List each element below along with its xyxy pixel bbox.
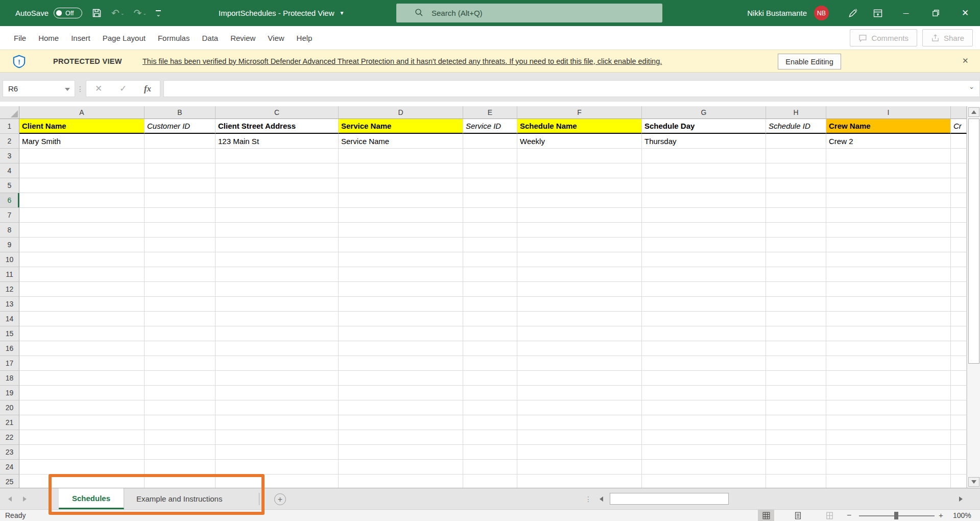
enable-editing-button[interactable]: Enable Editing	[778, 54, 841, 69]
grid-cell[interactable]	[517, 163, 642, 178]
grid-cell[interactable]	[19, 193, 145, 208]
tab-help[interactable]: Help	[297, 34, 325, 42]
cancel-icon[interactable]: ✕	[95, 83, 102, 94]
grid-cell[interactable]	[826, 356, 951, 371]
grid-cell[interactable]	[517, 178, 642, 193]
grid-cell[interactable]	[951, 223, 967, 238]
grid-cell[interactable]	[339, 386, 463, 400]
grid-cell[interactable]	[463, 326, 517, 341]
tab-file[interactable]: File	[14, 34, 38, 42]
grid-cell[interactable]	[766, 252, 826, 267]
grid-cell[interactable]	[145, 267, 216, 282]
grid-cell[interactable]	[216, 163, 339, 178]
grid-cell[interactable]	[19, 415, 145, 430]
grid-cell[interactable]	[951, 282, 967, 297]
grid-cell[interactable]	[19, 178, 145, 193]
grid-cell[interactable]	[642, 312, 766, 326]
grid-cell[interactable]	[766, 267, 826, 282]
name-box-dropdown-icon[interactable]	[65, 88, 70, 91]
grid-cell[interactable]	[517, 297, 642, 312]
grid-cell[interactable]	[463, 238, 517, 252]
search-input[interactable]: Search (Alt+Q)	[396, 4, 662, 22]
grid-cell[interactable]	[517, 223, 642, 238]
grid-cell[interactable]	[463, 475, 517, 488]
grid-cell[interactable]	[216, 282, 339, 297]
grid-cell[interactable]	[145, 400, 216, 415]
grid-cell[interactable]	[642, 371, 766, 386]
zoom-slider-thumb[interactable]	[894, 512, 898, 519]
grid-cell[interactable]	[145, 297, 216, 312]
zoom-level[interactable]: 100%	[953, 511, 971, 519]
column-header-F[interactable]: F	[517, 106, 642, 119]
grid-cell[interactable]	[19, 341, 145, 356]
grid-cell[interactable]	[766, 356, 826, 371]
grid-cell[interactable]	[826, 238, 951, 252]
select-all-corner[interactable]	[0, 106, 19, 119]
grid-cell[interactable]	[766, 460, 826, 475]
grid-cell[interactable]	[463, 341, 517, 356]
grid-cell[interactable]	[216, 415, 339, 430]
sheet-nav-left-icon[interactable]	[8, 496, 12, 502]
grid-cell[interactable]	[339, 475, 463, 488]
comments-button[interactable]: Comments	[850, 29, 917, 46]
grid-cell[interactable]	[145, 460, 216, 475]
grid-cell[interactable]	[642, 149, 766, 163]
grid-cell[interactable]	[463, 193, 517, 208]
grid-cell[interactable]	[766, 149, 826, 163]
row-header-24[interactable]: 24	[0, 460, 19, 475]
zoom-in-icon[interactable]: +	[939, 511, 943, 519]
grid-cell[interactable]	[642, 415, 766, 430]
grid-cell[interactable]	[19, 475, 145, 488]
grid-cell[interactable]	[19, 267, 145, 282]
row-header-12[interactable]: 12	[0, 282, 19, 297]
grid-cell[interactable]	[339, 208, 463, 223]
grid-cell[interactable]	[339, 193, 463, 208]
grid-cell[interactable]: Crew 2	[826, 134, 951, 149]
grid-cell[interactable]	[216, 252, 339, 267]
grid-cell[interactable]	[463, 386, 517, 400]
grid-cell[interactable]	[145, 282, 216, 297]
grid-cell[interactable]	[766, 386, 826, 400]
column-header-B[interactable]: B	[145, 106, 216, 119]
grid-cell[interactable]	[19, 386, 145, 400]
grid-cell[interactable]	[463, 460, 517, 475]
grid-cell[interactable]	[463, 400, 517, 415]
grid-cell[interactable]	[463, 252, 517, 267]
tab-formulas[interactable]: Formulas	[158, 34, 202, 42]
row-header-6[interactable]: 6	[0, 193, 19, 208]
column-header-G[interactable]: G	[642, 106, 766, 119]
grid-cell[interactable]	[951, 475, 967, 488]
grid-cell[interactable]	[216, 326, 339, 341]
grid-cell[interactable]	[517, 400, 642, 415]
grid-cell[interactable]	[826, 163, 951, 178]
grid-cell[interactable]	[766, 371, 826, 386]
grid-cell[interactable]	[517, 445, 642, 460]
grid-cell[interactable]	[517, 312, 642, 326]
grid-cell[interactable]	[145, 371, 216, 386]
row-header-20[interactable]: 20	[0, 400, 19, 415]
grid-cell[interactable]	[826, 445, 951, 460]
grid-cell[interactable]	[766, 134, 826, 149]
quick-access-toolbar-icon[interactable]: ⌄	[156, 10, 161, 16]
grid-cell[interactable]	[826, 252, 951, 267]
column-header-H[interactable]: H	[766, 106, 826, 119]
grid-cell[interactable]	[951, 356, 967, 371]
grid-cell[interactable]	[951, 267, 967, 282]
grid-cell[interactable]	[339, 312, 463, 326]
grid-cell[interactable]	[517, 371, 642, 386]
page-break-preview-icon[interactable]	[821, 510, 838, 521]
grid-cell[interactable]	[951, 341, 967, 356]
grid-cell[interactable]	[216, 297, 339, 312]
grid-cell[interactable]	[951, 400, 967, 415]
name-box[interactable]: R6	[3, 80, 75, 97]
grid-cell[interactable]: Customer ID	[145, 119, 216, 134]
grid-cell[interactable]	[145, 415, 216, 430]
row-header-25[interactable]: 25	[0, 475, 19, 488]
grid-cell[interactable]	[339, 238, 463, 252]
grid-cell[interactable]	[463, 282, 517, 297]
grid-cell[interactable]	[145, 252, 216, 267]
grid-cell[interactable]	[145, 312, 216, 326]
grid-cell[interactable]	[463, 312, 517, 326]
grid-cell[interactable]	[826, 297, 951, 312]
grid-cell[interactable]	[642, 356, 766, 371]
